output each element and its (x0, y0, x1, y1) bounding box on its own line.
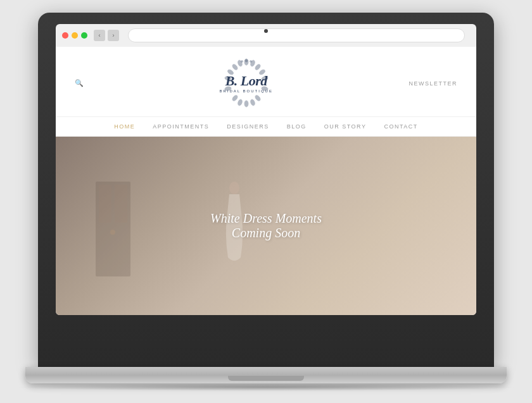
hero-section: White Dress Moments Coming Soon (56, 137, 476, 315)
svg-point-18 (250, 60, 251, 62)
hero-line2: Coming Soon (210, 226, 322, 240)
nav-blog[interactable]: BLOG (287, 123, 307, 130)
site-header: 🔍 (56, 47, 476, 117)
svg-point-4 (231, 63, 238, 71)
address-bar[interactable] (128, 28, 465, 42)
logo-area: B. Lord BRIDAL BOUTIQUE (218, 58, 275, 109)
laptop-base (25, 367, 507, 383)
svg-point-22 (110, 230, 115, 235)
logo-subtext: BRIDAL BOUTIQUE (220, 89, 273, 93)
svg-point-23 (229, 182, 239, 194)
hero-text: White Dress Moments Coming Soon (210, 211, 322, 240)
laptop-body: ‹ › 🔍 (38, 13, 494, 367)
door-decoration (89, 137, 140, 315)
svg-point-17 (241, 60, 243, 62)
minimize-button[interactable] (72, 32, 78, 39)
svg-point-11 (244, 101, 248, 107)
logo-circle: B. Lord BRIDAL BOUTIQUE (218, 58, 275, 109)
svg-point-16 (245, 59, 248, 62)
nav-contact[interactable]: CONTACT (384, 123, 417, 130)
logo-text: B. Lord (225, 74, 267, 88)
traffic-lights (62, 32, 87, 39)
svg-point-12 (250, 99, 255, 106)
search-icon[interactable]: 🔍 (75, 79, 84, 87)
svg-point-13 (237, 99, 243, 106)
screen-bezel: ‹ › 🔍 (56, 24, 476, 315)
browser-chrome: ‹ › (56, 24, 476, 47)
nav-designers[interactable]: DESIGNERS (227, 123, 269, 130)
close-button[interactable] (62, 32, 68, 39)
nav-appointments[interactable]: APPOINTMENTS (153, 123, 209, 130)
browser-nav: ‹ › (94, 30, 119, 41)
screen-content: 🔍 (56, 47, 476, 315)
laptop-notch (228, 376, 304, 381)
svg-point-2 (254, 63, 261, 71)
camera-dot (264, 29, 268, 33)
nav-our-story[interactable]: OUR STORY (324, 123, 367, 130)
nav-home[interactable]: HOME (114, 123, 135, 130)
svg-rect-21 (115, 185, 127, 223)
back-button[interactable]: ‹ (94, 30, 105, 41)
svg-point-15 (231, 94, 238, 102)
forward-button[interactable]: › (108, 30, 119, 41)
svg-point-14 (254, 94, 261, 102)
website: 🔍 (56, 47, 476, 315)
maximize-button[interactable] (81, 32, 87, 39)
laptop-shadow (13, 383, 519, 391)
hero-line1: White Dress Moments (210, 211, 322, 226)
site-nav: HOME APPOINTMENTS DESIGNERS BLOG OUR STO… (56, 117, 476, 137)
svg-rect-20 (99, 185, 111, 223)
newsletter-link[interactable]: NEWSLETTER (408, 80, 457, 87)
